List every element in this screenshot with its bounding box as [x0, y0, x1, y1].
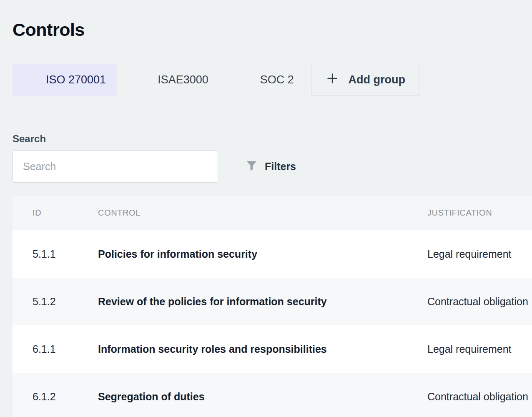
cell-justification: Contractual obligation [427, 296, 532, 308]
column-header-id: ID [33, 208, 98, 218]
column-header-control: CONTROL [98, 208, 427, 218]
table-row[interactable]: 5.1.1 Policies for information security … [13, 230, 532, 278]
cell-id: 6.1.1 [33, 343, 98, 355]
cell-justification: Legal requirement [427, 343, 532, 355]
tab-iso-270001[interactable]: ISO 270001 [13, 64, 117, 96]
table-row[interactable]: 5.1.2 Review of the policies for informa… [13, 278, 532, 325]
search-label: Search [13, 133, 532, 145]
page-title: Controls [13, 19, 532, 40]
table-row[interactable]: 6.1.1 Information security roles and res… [13, 325, 532, 373]
search-input[interactable] [13, 151, 218, 183]
controls-page: Controls ISO 270001 ISAE3000 SOC 2 [0, 0, 532, 417]
add-group-label: Add group [349, 73, 405, 86]
cell-justification: Legal requirement [427, 248, 532, 260]
add-group-button[interactable]: Add group [311, 64, 419, 96]
table-row[interactable]: 6.1.2 Segregation of duties Contractual … [13, 373, 532, 417]
badge-check-icon [238, 73, 252, 87]
badge-check-icon [136, 73, 149, 87]
column-header-justification: JUSTIFICATION [427, 208, 532, 218]
filter-funnel-icon [245, 159, 258, 174]
cell-control: Information security roles and responsib… [98, 343, 427, 355]
cell-id: 5.1.1 [33, 248, 98, 260]
cell-justification: Contractual obligation [427, 391, 532, 403]
search-row: Filters [13, 151, 532, 183]
cell-control: Policies for information security [98, 248, 427, 260]
group-tab-label: ISAE3000 [158, 73, 208, 86]
group-tabs: ISO 270001 ISAE3000 SOC 2 Add group [13, 64, 532, 96]
cell-control: Segregation of duties [98, 391, 427, 403]
tab-isae3000[interactable]: ISAE3000 [124, 64, 220, 96]
cell-control: Review of the policies for information s… [98, 296, 427, 308]
cell-id: 5.1.2 [33, 296, 98, 308]
table-header: ID CONTROL JUSTIFICATION [13, 196, 532, 230]
filters-label: Filters [265, 161, 296, 173]
group-tab-label: ISO 270001 [46, 73, 106, 86]
plus-icon [325, 71, 339, 88]
filters-button[interactable]: Filters [245, 159, 296, 174]
badge-check-icon [24, 73, 38, 87]
cell-id: 6.1.2 [33, 391, 98, 403]
table-body: 5.1.1 Policies for information security … [13, 230, 532, 417]
group-tab-label: SOC 2 [260, 73, 294, 86]
tab-soc-2[interactable]: SOC 2 [227, 64, 305, 96]
controls-table: ID CONTROL JUSTIFICATION 5.1.1 Policies … [13, 196, 532, 417]
